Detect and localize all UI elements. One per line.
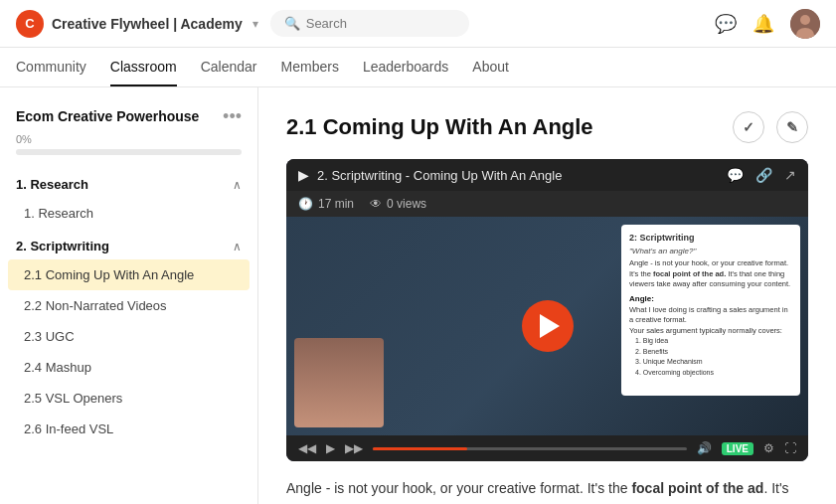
course-title: Ecom Creative Powerhouse <box>16 108 199 124</box>
live-badge: LIVE <box>722 442 753 455</box>
section-chevron-research: ∧ <box>233 178 242 192</box>
main-layout: Ecom Creative Powerhouse ••• 0% 1. Resea… <box>0 87 836 504</box>
views-meta: 👁 0 views <box>370 197 426 211</box>
more-icon[interactable]: ••• <box>223 107 242 125</box>
avatar[interactable] <box>790 9 820 39</box>
content-area: 2.1 Coming Up With An Angle ✓ ✎ ▶ 2. Scr… <box>258 87 836 504</box>
app-title: Creative Flywheel | Academy <box>52 16 243 32</box>
rewind-icon[interactable]: ◀◀ <box>298 441 316 455</box>
section-header-research[interactable]: 1. Research ∧ <box>0 167 257 198</box>
progress-label: 0% <box>16 133 242 145</box>
section-header-scriptwriting[interactable]: 2. Scriptwriting ∧ <box>0 229 257 259</box>
dropdown-chevron-icon: ▾ <box>252 17 258 31</box>
panel-question-inner: "What's an angle?" <box>629 247 792 255</box>
progress-track-video[interactable] <box>373 447 687 450</box>
play-icon-small: ▶ <box>298 167 309 183</box>
video-top-actions: 💬 🔗 ↗ <box>727 167 796 183</box>
tab-about[interactable]: About <box>472 48 509 86</box>
sidebar-item-2-2[interactable]: 2.2 Non-Narrated Videos <box>0 290 257 321</box>
logo-area[interactable]: C Creative Flywheel | Academy ▾ <box>16 10 258 38</box>
volume-icon[interactable]: 🔊 <box>697 441 712 455</box>
chat-icon[interactable]: 💬 <box>715 13 737 35</box>
svg-point-1 <box>800 15 810 25</box>
sidebar: Ecom Creative Powerhouse ••• 0% 1. Resea… <box>0 87 258 504</box>
tab-community[interactable]: Community <box>16 48 86 86</box>
duration-meta: 🕐 17 min <box>298 197 354 211</box>
progress-played <box>373 447 467 450</box>
video-meta: 🕐 17 min 👁 0 views <box>286 191 808 217</box>
description-text-1: Angle - is not your hook, or your creati… <box>286 480 631 496</box>
search-input[interactable] <box>306 16 455 31</box>
title-actions: ✓ ✎ <box>733 111 808 143</box>
logo-icon: C <box>16 10 44 38</box>
section-chevron-scriptwriting: ∧ <box>233 240 242 253</box>
search-icon: 🔍 <box>284 16 300 31</box>
section-title-scriptwriting: 2. Scriptwriting <box>16 239 109 253</box>
panel-body-inner: Angle - is not your hook, or your creati… <box>629 258 792 290</box>
panel-angle-heading: Angle: <box>629 294 792 303</box>
check-circle-icon[interactable]: ✓ <box>733 111 764 143</box>
sidebar-item-2-5[interactable]: 2.5 VSL Openers <box>0 383 257 414</box>
sidebar-item-2-3[interactable]: 2.3 UGC <box>0 321 257 352</box>
sidebar-header: Ecom Creative Powerhouse ••• <box>0 99 257 129</box>
lesson-title: 2.1 Coming Up With An Angle <box>286 114 593 140</box>
settings-icon[interactable]: ⚙ <box>763 441 774 455</box>
topbar: C Creative Flywheel | Academy ▾ 🔍 💬 🔔 <box>0 0 836 48</box>
video-player[interactable]: 2: Scriptwriting "What's an angle?" Angl… <box>286 217 808 435</box>
description: Angle - is not your hook, or your creati… <box>286 477 808 504</box>
progress-container: 0% <box>0 129 257 167</box>
panel-heading-inner: 2: Scriptwriting <box>629 233 792 243</box>
video-title: 2. Scriptwriting - Coming Up With An Ang… <box>317 168 562 183</box>
progress-track <box>16 149 242 155</box>
search-bar[interactable]: 🔍 <box>270 10 469 37</box>
eye-icon: 👁 <box>370 197 382 211</box>
panel-points: 1. Big idea2. Benefits3. Unique Mechanis… <box>629 336 792 378</box>
tab-members[interactable]: Members <box>281 48 339 86</box>
sidebar-item-2-4[interactable]: 2.4 Mashup <box>0 352 257 383</box>
tab-leaderboards[interactable]: Leaderboards <box>363 48 448 86</box>
sidebar-item-2-1[interactable]: 2.1 Coming Up With An Angle <box>8 259 250 290</box>
video-duration: 17 min <box>318 197 354 211</box>
section-title-research: 1. Research <box>16 177 88 192</box>
video-container: ▶ 2. Scriptwriting - Coming Up With An A… <box>286 159 808 461</box>
video-body: 2: Scriptwriting "What's an angle?" Angl… <box>286 217 808 435</box>
edit-icon[interactable]: ✎ <box>776 111 808 143</box>
content-title-row: 2.1 Coming Up With An Angle ✓ ✎ <box>286 111 808 143</box>
bell-icon[interactable]: 🔔 <box>752 13 774 35</box>
sidebar-item-2-6[interactable]: 2.6 In-feed VSL <box>0 414 257 444</box>
play-button[interactable] <box>522 300 574 352</box>
tab-classroom[interactable]: Classroom <box>110 48 177 86</box>
link-icon[interactable]: 🔗 <box>755 167 772 183</box>
comment-icon[interactable]: 💬 <box>727 167 744 183</box>
video-title-bar: ▶ 2. Scriptwriting - Coming Up With An A… <box>298 167 562 183</box>
video-views: 0 views <box>387 197 426 211</box>
fullscreen-icon[interactable]: ⛶ <box>784 441 796 455</box>
description-bold: focal point of the ad <box>631 480 763 496</box>
sidebar-item-research[interactable]: 1. Research <box>0 198 257 229</box>
external-link-icon[interactable]: ↗ <box>784 167 796 183</box>
video-controls: ◀◀ ▶ ▶▶ 🔊 LIVE ⚙ ⛶ <box>286 435 808 461</box>
panel-angle-body: What I love doing is crafting a sales ar… <box>629 305 792 337</box>
play-pause-icon[interactable]: ▶ <box>326 441 335 455</box>
nav-tabs: Community Classroom Calendar Members Lea… <box>0 48 836 87</box>
tab-calendar[interactable]: Calendar <box>201 48 257 86</box>
clock-icon: 🕐 <box>298 197 313 211</box>
forward-icon[interactable]: ▶▶ <box>345 441 363 455</box>
topbar-right: 💬 🔔 <box>715 9 820 39</box>
video-top-bar: ▶ 2. Scriptwriting - Coming Up With An A… <box>286 159 808 191</box>
